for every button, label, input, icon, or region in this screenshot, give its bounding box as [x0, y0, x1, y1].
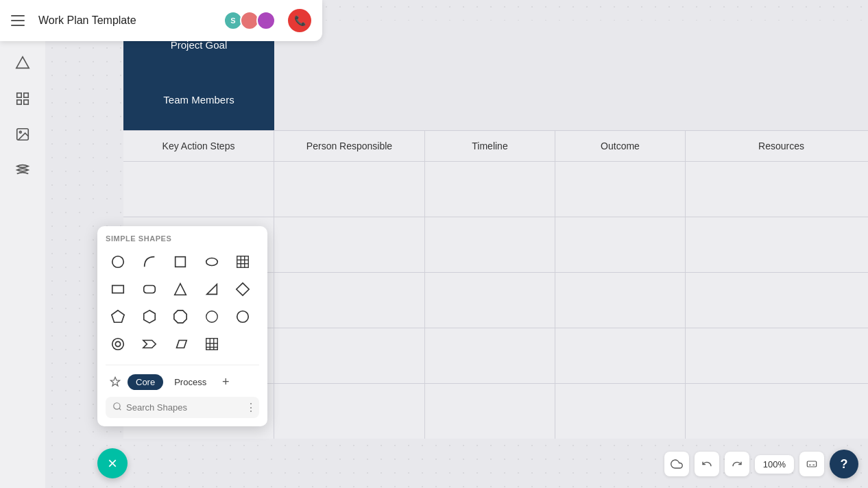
avatar-r[interactable] — [256, 11, 276, 30]
bottom-bar: 100% ? — [664, 450, 858, 478]
svg-rect-14 — [237, 256, 249, 268]
shape-rounded-rect[interactable] — [137, 277, 162, 302]
project-goal-content[interactable] — [274, 21, 868, 69]
td-4-1[interactable] — [274, 384, 425, 439]
redo-button[interactable] — [725, 452, 749, 476]
sidebar-icon-shapes[interactable] — [8, 48, 38, 78]
sidebar-icon-diagrams[interactable] — [8, 155, 38, 185]
shape-octagon[interactable] — [168, 304, 193, 329]
sidebar-icon-frames[interactable] — [8, 84, 38, 114]
tab-core[interactable]: Core — [128, 374, 163, 390]
svg-line-40 — [119, 408, 121, 411]
shape-hexagon[interactable] — [137, 304, 162, 329]
shape-pentagon[interactable] — [106, 304, 130, 329]
svg-point-28 — [237, 311, 249, 323]
td-2-1[interactable] — [274, 273, 425, 328]
svg-point-10 — [19, 131, 21, 133]
td-0-0[interactable] — [123, 162, 274, 217]
td-0-3[interactable] — [555, 162, 686, 217]
td-0-2[interactable] — [425, 162, 555, 217]
document-title: Work Plan Template — [38, 14, 218, 27]
svg-rect-19 — [112, 286, 124, 293]
svg-point-39 — [114, 403, 120, 409]
shapes-search: ⋮ — [106, 397, 259, 418]
zoom-level[interactable]: 100% — [755, 455, 794, 474]
table-row[interactable] — [123, 161, 868, 217]
td-1-2[interactable] — [425, 217, 555, 272]
shape-circle[interactable] — [106, 249, 130, 274]
svg-rect-20 — [143, 286, 155, 293]
td-3-1[interactable] — [274, 328, 425, 383]
canvas[interactable]: Project Name Project Goal Team Members K… — [45, 0, 868, 488]
td-1-3[interactable] — [555, 217, 686, 272]
shapes-panel: SIMPLE SHAPES — [97, 226, 267, 426]
cloud-save-icon[interactable] — [664, 452, 689, 476]
svg-point-2 — [263, 16, 269, 21]
shape-diamond[interactable] — [230, 277, 255, 302]
search-input[interactable] — [126, 402, 241, 413]
call-button[interactable]: 📞 — [288, 9, 311, 32]
th-person: Person Responsible — [274, 131, 425, 161]
td-4-4[interactable] — [686, 384, 868, 439]
td-2-2[interactable] — [425, 273, 555, 328]
td-3-3[interactable] — [555, 328, 686, 383]
th-timeline: Timeline — [425, 131, 555, 161]
td-3-4[interactable] — [686, 328, 868, 383]
th-outcome: Outcome — [555, 131, 686, 161]
shape-12gon[interactable] — [200, 304, 224, 329]
td-4-2[interactable] — [425, 384, 555, 439]
shape-square[interactable] — [168, 249, 193, 274]
td-0-4[interactable] — [686, 162, 868, 217]
svg-marker-25 — [143, 310, 155, 323]
tab-process[interactable]: Process — [166, 374, 215, 390]
svg-marker-4 — [16, 57, 29, 69]
menu-button[interactable] — [11, 11, 30, 30]
svg-point-30 — [115, 341, 120, 346]
shape-arc[interactable] — [137, 249, 162, 274]
shapes-tabs: Core Process + — [106, 365, 259, 391]
shape-grid[interactable] — [200, 332, 224, 356]
left-sidebar — [0, 0, 45, 488]
shapes-grid — [106, 249, 259, 356]
shape-circle-outline[interactable] — [230, 304, 255, 329]
td-4-3[interactable] — [555, 384, 686, 439]
td-1-1[interactable] — [274, 217, 425, 272]
team-members-content[interactable] — [274, 69, 868, 130]
shape-triangle[interactable] — [168, 277, 193, 302]
shape-right-triangle[interactable] — [200, 277, 224, 302]
svg-rect-7 — [17, 100, 21, 104]
tab-star-icon[interactable] — [106, 372, 125, 391]
svg-point-27 — [206, 311, 218, 323]
shape-donut[interactable] — [106, 332, 130, 356]
shape-table[interactable] — [230, 249, 255, 274]
td-2-4[interactable] — [686, 273, 868, 328]
th-resources: Resources — [686, 131, 868, 161]
tab-add-button[interactable]: + — [217, 374, 234, 390]
td-1-4[interactable] — [686, 217, 868, 272]
svg-point-13 — [206, 258, 218, 266]
shape-rectangle[interactable] — [106, 277, 130, 302]
td-2-3[interactable] — [555, 273, 686, 328]
svg-rect-41 — [807, 461, 816, 467]
team-members-row: Team Members — [123, 69, 868, 130]
td-3-2[interactable] — [425, 328, 555, 383]
svg-point-29 — [112, 339, 124, 350]
svg-marker-32 — [177, 341, 187, 348]
fab-close-button[interactable]: × — [97, 448, 128, 478]
svg-point-3 — [261, 22, 271, 27]
sidebar-icon-images[interactable] — [8, 119, 38, 149]
keyboard-shortcut-icon[interactable] — [799, 452, 824, 476]
topbar: Work Plan Template S 📞 — [0, 0, 322, 41]
shape-ellipse[interactable] — [200, 249, 224, 274]
svg-rect-5 — [17, 93, 21, 97]
shapes-section-title: SIMPLE SHAPES — [106, 234, 259, 243]
shape-parallelogram[interactable] — [168, 332, 193, 356]
undo-button[interactable] — [695, 452, 719, 476]
svg-rect-6 — [24, 93, 28, 97]
team-members-cell[interactable]: Team Members — [123, 69, 274, 130]
td-0-1[interactable] — [274, 162, 425, 217]
search-more-icon[interactable]: ⋮ — [245, 401, 256, 414]
help-button[interactable]: ? — [830, 450, 858, 478]
shape-chevron[interactable] — [137, 332, 162, 356]
th-key-action: Key Action Steps — [123, 131, 274, 161]
